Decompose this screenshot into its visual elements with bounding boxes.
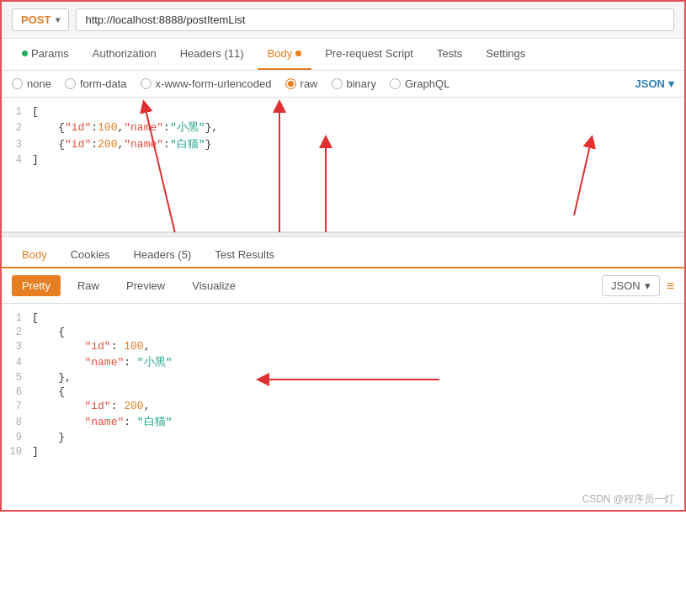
- fmt-pretty[interactable]: Pretty: [12, 275, 61, 296]
- option-raw[interactable]: raw: [285, 77, 318, 90]
- option-raw-label: raw: [300, 77, 318, 90]
- req-line-3: 3 {"id":200,"name":"白猫"}: [2, 135, 684, 152]
- tab-headers[interactable]: Headers (11): [170, 39, 254, 70]
- response-format-arrow: ▾: [645, 279, 651, 292]
- resp-line-2: 2 {: [2, 325, 684, 339]
- request-body-section: 1 [ 2 {"id":100,"name":"小黑"}, 3 {"id":20…: [2, 98, 684, 232]
- resp-line-5: 5 },: [2, 370, 684, 385]
- tab-prerequest[interactable]: Pre-request Script: [315, 39, 423, 70]
- req-line-1: 1 [: [2, 104, 684, 119]
- tab-body-label: Body: [268, 47, 293, 60]
- method-dropdown-arrow: ▾: [56, 15, 60, 24]
- resp-line-9: 9 }: [2, 430, 684, 444]
- radio-none: [12, 78, 23, 89]
- resp-line-7: 7 "id": 200,: [2, 399, 684, 413]
- fmt-pretty-label: Pretty: [22, 279, 51, 292]
- radio-graphql: [390, 78, 401, 89]
- fmt-raw[interactable]: Raw: [67, 275, 109, 296]
- json-type-selector[interactable]: JSON ▾: [635, 77, 674, 90]
- option-form-data[interactable]: form-data: [65, 77, 127, 90]
- tab-params-label: Params: [31, 47, 69, 60]
- req-line-4: 4 ]: [2, 152, 684, 167]
- url-bar: POST ▾: [2, 2, 684, 39]
- fmt-raw-label: Raw: [77, 279, 99, 292]
- resp-tab-cookies[interactable]: Cookies: [61, 242, 120, 268]
- tab-authorization[interactable]: Authorization: [82, 39, 167, 70]
- resp-line-10: 10 ]: [2, 444, 684, 459]
- option-form-data-label: form-data: [80, 77, 127, 90]
- footer-text: CSDN @程序员一灯: [582, 493, 674, 505]
- tab-tests-label: Tests: [437, 47, 462, 60]
- resp-line-6: 6 {: [2, 385, 684, 399]
- resp-line-1: 1 [: [2, 311, 684, 325]
- tab-tests[interactable]: Tests: [427, 39, 472, 70]
- radio-binary: [332, 78, 343, 89]
- option-urlencoded-label: x-www-form-urlencoded: [156, 77, 272, 90]
- resp-line-3: 3 "id": 100,: [2, 339, 684, 353]
- radio-urlencoded: [141, 78, 152, 89]
- tab-authorization-label: Authorization: [93, 47, 157, 60]
- fmt-visualize-label: Visualize: [192, 279, 236, 292]
- response-tabs: Body Cookies Headers (5) Test Results: [2, 237, 684, 268]
- params-dot: [22, 50, 28, 56]
- fmt-visualize[interactable]: Visualize: [182, 275, 246, 296]
- tab-body[interactable]: Body: [258, 39, 312, 70]
- response-format-bar: Pretty Raw Preview Visualize JSON ▾ ≡: [2, 268, 684, 304]
- fmt-preview[interactable]: Preview: [116, 275, 175, 296]
- tab-headers-label: Headers (11): [180, 47, 244, 60]
- request-tabs: Params Authorization Headers (11) Body P…: [2, 39, 684, 71]
- method-selector[interactable]: POST ▾: [12, 8, 69, 31]
- body-type-bar: none form-data x-www-form-urlencoded raw…: [2, 71, 684, 98]
- resp-line-4: 4 "name": "小黑": [2, 353, 684, 370]
- filter-icon[interactable]: ≡: [667, 279, 674, 294]
- response-format-label: JSON: [611, 279, 641, 292]
- resp-tab-body[interactable]: Body: [12, 242, 57, 268]
- resp-tab-test-results[interactable]: Test Results: [205, 242, 285, 268]
- json-dropdown-arrow: ▾: [668, 77, 674, 90]
- option-binary[interactable]: binary: [332, 77, 376, 90]
- radio-form-data: [65, 78, 76, 89]
- url-input[interactable]: [76, 8, 674, 31]
- response-body-section: 1 [ 2 { 3 "id": 100, 4 "name": "小黑" 5 },…: [2, 304, 684, 489]
- resp-tab-body-label: Body: [22, 248, 47, 261]
- resp-tab-headers-label: Headers (5): [134, 248, 192, 261]
- tab-prerequest-label: Pre-request Script: [325, 47, 413, 60]
- fmt-preview-label: Preview: [126, 279, 165, 292]
- json-badge-label: JSON: [635, 77, 665, 90]
- option-urlencoded[interactable]: x-www-form-urlencoded: [141, 77, 272, 90]
- resp-tab-test-results-label: Test Results: [215, 248, 274, 261]
- request-code-editor[interactable]: 1 [ 2 {"id":100,"name":"小黑"}, 3 {"id":20…: [2, 98, 684, 232]
- resp-tab-headers[interactable]: Headers (5): [124, 242, 202, 268]
- tab-settings[interactable]: Settings: [476, 39, 535, 70]
- radio-raw: [285, 78, 296, 89]
- resp-tab-cookies-label: Cookies: [71, 248, 110, 261]
- req-line-2: 2 {"id":100,"name":"小黑"},: [2, 119, 684, 135]
- method-label: POST: [21, 13, 51, 26]
- option-none[interactable]: none: [12, 77, 51, 90]
- response-format-selector[interactable]: JSON ▾: [602, 275, 660, 296]
- option-none-label: none: [27, 77, 51, 90]
- option-graphql[interactable]: GraphQL: [390, 77, 449, 90]
- tab-params[interactable]: Params: [12, 39, 79, 70]
- option-binary-label: binary: [347, 77, 376, 90]
- footer: CSDN @程序员一灯: [2, 489, 684, 510]
- resp-line-8: 8 "name": "白猫": [2, 413, 684, 430]
- body-dot: [295, 50, 301, 56]
- response-code-editor[interactable]: 1 [ 2 { 3 "id": 100, 4 "name": "小黑" 5 },…: [2, 304, 684, 489]
- option-graphql-label: GraphQL: [405, 77, 449, 90]
- tab-settings-label: Settings: [486, 47, 525, 60]
